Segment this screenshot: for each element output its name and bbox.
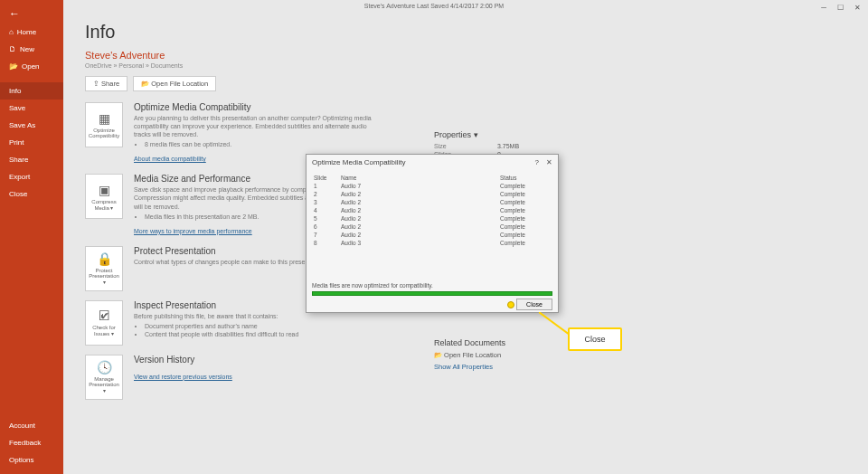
dialog-title-text: Optimize Media Compatibility [312, 158, 406, 166]
dialog-help-icon[interactable]: ? [535, 158, 539, 166]
sidebar-item-open[interactable]: 📂Open [0, 58, 63, 75]
folder-icon: 📂 [141, 80, 149, 88]
sidebar-label: Home [17, 28, 36, 36]
version-history-link[interactable]: View and restore previous versions [134, 374, 232, 380]
size-label: Size [434, 143, 470, 149]
sidebar-label: Save [9, 104, 25, 112]
improve-media-link[interactable]: More ways to improve media performance [134, 228, 252, 234]
share-icon: ⇪ [93, 80, 99, 88]
dialog-titlebar: Optimize Media Compatibility ? ✕ [307, 155, 558, 170]
close-callout: Close [568, 327, 622, 351]
protect-presentation-tile[interactable]: 🔒Protect Presentation ▾ [85, 246, 123, 291]
dialog-progress-bar [312, 291, 552, 296]
sidebar-label: Print [9, 138, 24, 147]
back-button[interactable]: ← [0, 0, 63, 24]
document-path: OneDrive » Personal » Documents [85, 62, 846, 69]
sidebar-item-new[interactable]: 🗋New [0, 41, 63, 58]
table-row: 2Audio 2Complete [312, 190, 552, 198]
optimize-desc: Are you planning to deliver this present… [134, 114, 378, 148]
sidebar-label: Save As [9, 121, 35, 129]
table-row: 4Audio 2Complete [312, 206, 552, 214]
table-row: 6Audio 2Complete [312, 223, 552, 231]
sidebar-icon: 🗋 [9, 45, 16, 53]
sidebar-icon: 📂 [9, 62, 18, 71]
about-media-compat-link[interactable]: About media compatibility [134, 156, 206, 162]
table-row: 1Audio 7Complete [312, 182, 552, 190]
sidebar-label: Share [9, 156, 28, 164]
sidebar-item-info[interactable]: Info [0, 82, 63, 100]
related-docs-head: Related Documents [434, 338, 519, 347]
sidebar-item-options[interactable]: Options [0, 451, 63, 469]
inspect-icon: 🗹 [98, 308, 110, 323]
table-row: 3Audio 2Complete [312, 198, 552, 206]
sidebar-item-save-as[interactable]: Save As [0, 117, 63, 134]
history-icon: 🕓 [97, 360, 112, 374]
manage-presentation-tile[interactable]: 🕓Manage Presentation ▾ [85, 355, 123, 400]
dialog-close-button[interactable]: Close [516, 299, 552, 310]
sidebar-item-account[interactable]: Account [0, 417, 63, 434]
dialog-status-text: Media files are now optimized for compat… [312, 282, 433, 289]
size-value: 3.75MB [497, 143, 519, 149]
compress-icon: ▣ [99, 183, 110, 197]
sidebar-label: Options [9, 456, 34, 464]
optimize-media-dialog: Optimize Media Compatibility ? ✕ Slide N… [306, 154, 559, 313]
sidebar-item-save[interactable]: Save [0, 100, 63, 117]
title-text: Steve's Adventure Last Saved 4/14/2017 2… [364, 3, 504, 9]
sidebar-item-feedback[interactable]: Feedback [0, 434, 63, 451]
title-bar: Steve's Adventure Last Saved 4/14/2017 2… [0, 0, 868, 13]
page-title: Info [85, 22, 846, 43]
show-all-props-link[interactable]: Show All Properties [434, 363, 519, 371]
folder-icon: 📂 [434, 351, 442, 359]
sidebar-label: Export [9, 173, 30, 181]
sidebar-item-export[interactable]: Export [0, 168, 63, 185]
sidebar-item-home[interactable]: ⌂Home [0, 24, 63, 41]
col-status: Status [498, 174, 552, 182]
table-row: 8Audio 3Complete [312, 239, 552, 247]
lock-icon: 🔒 [97, 251, 112, 266]
sidebar-item-print[interactable]: Print [0, 134, 63, 151]
dialog-close-icon[interactable]: ✕ [546, 158, 552, 166]
check-for-issues-tile[interactable]: 🗹Check for Issues ▾ [85, 300, 123, 346]
optimize-icon: ▦ [99, 111, 110, 126]
sidebar-label: Open [22, 62, 40, 71]
sidebar-label: New [20, 45, 34, 53]
document-title: Steve's Adventure [85, 50, 846, 61]
open-file-location-button[interactable]: 📂 Open File Location [133, 76, 216, 91]
highlight-dot [507, 301, 514, 308]
table-row: 7Audio 2Complete [312, 231, 552, 239]
properties-head[interactable]: Properties ▾ [434, 130, 519, 139]
sidebar-icon: ⌂ [9, 28, 14, 36]
backstage-sidebar: ← ⌂Home🗋New📂Open InfoSaveSave AsPrintSha… [0, 0, 63, 474]
sidebar-item-close[interactable]: Close [0, 185, 63, 203]
document-actions: ⇪ Share 📂 Open File Location [85, 76, 846, 91]
sidebar-item-share[interactable]: Share [0, 151, 63, 168]
col-name: Name [339, 174, 498, 182]
compress-media-tile[interactable]: ▣Compress Media ▾ [85, 174, 123, 219]
inspect-desc: Before publishing this file, be aware th… [134, 312, 378, 338]
col-slide: Slide [312, 174, 339, 182]
open-file-location-link[interactable]: 📂 Open File Location [434, 351, 519, 359]
optimize-heading: Optimize Media Compatibility [134, 102, 846, 112]
sidebar-label: Feedback [9, 439, 41, 447]
dialog-table: Slide Name Status 1Audio 7Complete2Audio… [307, 170, 558, 251]
share-button[interactable]: ⇪ Share [85, 76, 127, 91]
sidebar-label: Account [9, 422, 35, 430]
sidebar-label: Close [9, 190, 27, 198]
table-row: 5Audio 2Complete [312, 214, 552, 223]
optimize-compatibility-tile[interactable]: ▦Optimize Compatibility [85, 102, 123, 147]
sidebar-label: Info [9, 87, 21, 95]
